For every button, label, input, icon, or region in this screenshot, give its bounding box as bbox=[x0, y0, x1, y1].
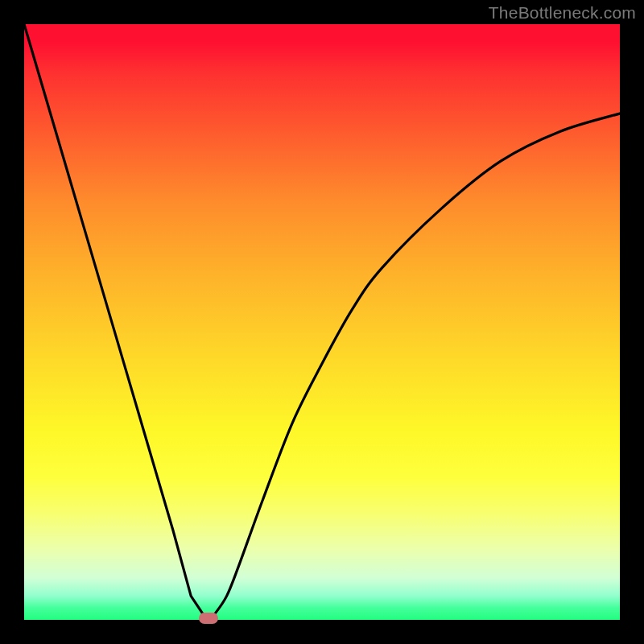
bottleneck-curve bbox=[24, 24, 620, 620]
chart-container: TheBottleneck.com bbox=[0, 0, 644, 644]
plot-area bbox=[24, 24, 620, 620]
minimum-marker bbox=[199, 613, 218, 624]
watermark-text: TheBottleneck.com bbox=[489, 3, 636, 23]
